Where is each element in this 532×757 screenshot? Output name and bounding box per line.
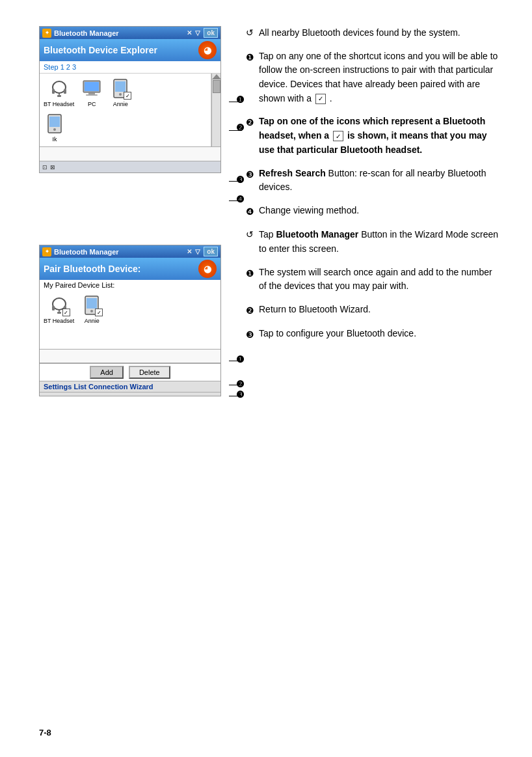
right-column: ↺ All nearby Bluetooth devices found by … <box>239 26 499 351</box>
device-row-2: Ik <box>44 113 207 143</box>
device-bt-headset[interactable]: BT Headset <box>44 77 74 107</box>
svg-rect-8 <box>86 94 98 96</box>
svg-rect-4 <box>57 95 61 97</box>
svg-rect-16 <box>52 306 55 310</box>
svg-rect-19 <box>57 312 61 314</box>
pc-icon-wrap <box>81 77 103 100</box>
device-ik[interactable]: Ik <box>44 113 66 143</box>
pda-ik-svg <box>44 113 65 134</box>
windows-logo: ✦ <box>42 29 51 38</box>
device-explorer-screenshot: ✦ Bluetooth Manager ✕ ▽ ok Bluetooth Dev… <box>39 26 228 173</box>
ok-button[interactable]: ok <box>204 28 218 38</box>
menubar[interactable]: Settings List Connection Wizard <box>40 381 220 392</box>
line-3 <box>229 181 242 182</box>
entry-configure: ❸ Tap to configure your Bluetooth device… <box>246 327 499 342</box>
scrollbar-vertical[interactable] <box>211 74 220 146</box>
callout-2: ❷ <box>236 122 245 133</box>
device-explorer-window: ✦ Bluetooth Manager ✕ ▽ ok Bluetooth Dev… <box>39 26 221 173</box>
line-2 <box>229 130 242 131</box>
entry-change-view: ❹ Change viewing method. <box>246 204 499 219</box>
annie-label: Annie <box>113 101 128 107</box>
bullet-return-wizard: ❷ <box>246 303 258 318</box>
left-column: ✦ Bluetooth Manager ✕ ▽ ok Bluetooth Dev… <box>39 26 228 396</box>
device-list-content: BT Headset <box>40 74 211 146</box>
entry-search-again: ❶ The system will search once again and … <box>246 266 499 294</box>
device-pc[interactable]: PC <box>81 77 103 107</box>
line-4 <box>229 200 242 201</box>
status-icon1: ⊡ <box>42 164 47 171</box>
svg-rect-2 <box>64 89 66 94</box>
checkbox-inline-2: ✓ <box>333 131 343 141</box>
bullet-tap-headset: ❷ <box>246 115 258 130</box>
bullet-refresh: ❸ <box>246 167 258 182</box>
pair-titlebar-icon-2: ▽ <box>195 248 200 255</box>
headset-label: BT Headset <box>44 101 74 107</box>
explorer-toolbar-title: Bluetooth Device Explorer <box>44 45 157 55</box>
text-refresh: Refresh Search Button: re-scan for all n… <box>259 167 499 195</box>
svg-point-11 <box>119 93 122 96</box>
bullet-tap-bt-manager: ↺ <box>246 228 258 241</box>
svg-rect-21 <box>86 298 97 309</box>
pair-windows-logo: ✦ <box>42 247 51 256</box>
pair-device-annie[interactable]: ✓ Annie <box>81 294 103 324</box>
device-list-area: BT Headset <box>40 74 220 146</box>
pair-toolbar-title: Pair Bluetooth Device: <box>44 264 140 274</box>
explorer-title: Bluetooth Manager <box>54 29 119 37</box>
ik-label: Ik <box>52 136 57 143</box>
pc-svg <box>81 78 102 99</box>
pair-callout-2: ❷ <box>236 379 245 389</box>
text-tap-bt-manager: Tap Bluetooth Manager Button in the Wiza… <box>259 228 499 256</box>
pair-list-label: My Paired Device List: <box>40 280 220 290</box>
bullet-tap-shortcut: ❶ <box>246 50 258 64</box>
bullet-all-nearby: ↺ <box>246 27 258 40</box>
pair-input-area[interactable] <box>40 349 220 363</box>
ik-icon-wrap <box>44 113 66 135</box>
explorer-titlebar: ✦ Bluetooth Manager ✕ ▽ ok <box>40 27 220 39</box>
pair-annie-check: ✓ <box>95 309 103 316</box>
svg-point-14 <box>53 128 56 131</box>
pair-device-headset[interactable]: ✓ BT Headset <box>44 294 74 324</box>
text-tap-headset: Tap on one of the icons which represent … <box>259 115 499 157</box>
pair-toolbar: Pair Bluetooth Device: ◕ <box>40 258 220 280</box>
delete-button[interactable]: Delete <box>129 366 170 379</box>
entry-return-wizard: ❷ Return to Bluetooth Wizard. <box>246 303 499 318</box>
bullet-search-again: ❶ <box>246 266 258 281</box>
spacer <box>39 193 228 225</box>
svg-rect-7 <box>88 92 95 94</box>
titlebar-icon-2: ▽ <box>195 29 200 36</box>
pair-headset-label: BT Headset <box>44 318 74 324</box>
pair-title: Bluetooth Manager <box>54 248 119 256</box>
entry-all-nearby: ↺ All nearby Bluetooth devices found by … <box>246 26 499 40</box>
pair-ok-button[interactable]: ok <box>204 247 218 256</box>
add-button[interactable]: Add <box>90 366 124 379</box>
step-bar: Step 1 2 3 <box>40 61 220 74</box>
text-tap-shortcut: Tap on any one of the shortcut icons and… <box>259 49 499 106</box>
entry-tap-headset-icon: ❷ Tap on one of the icons which represen… <box>246 115 499 157</box>
bullet-configure: ❸ <box>246 327 258 342</box>
bullet-change-view: ❹ <box>246 204 258 219</box>
svg-rect-10 <box>115 81 126 92</box>
headset-icon-wrap <box>48 77 70 100</box>
page-number: 7-8 <box>39 728 51 737</box>
callout-1: ❶ <box>236 94 245 105</box>
pair-titlebar-icon-1: ✕ <box>187 248 192 255</box>
headset-svg <box>49 78 70 99</box>
svg-point-22 <box>90 310 93 312</box>
bottom-input-area[interactable] <box>40 146 220 161</box>
svg-rect-1 <box>52 89 55 94</box>
pair-callout-1: ❶ <box>236 354 245 365</box>
pair-line-1 <box>229 361 242 361</box>
callout-4: ❹ <box>236 194 245 204</box>
explorer-toolbar: Bluetooth Device Explorer ◕ <box>40 39 220 61</box>
pair-line-3 <box>229 396 242 396</box>
pair-bluetooth-icon: ◕ <box>198 260 217 278</box>
pair-bluetooth-screenshot: ✦ Bluetooth Manager ✕ ▽ ok Pair Bluetoot… <box>39 245 228 396</box>
annie-check: ✓ <box>124 92 131 100</box>
checkbox-inline-1: ✓ <box>315 94 326 104</box>
pair-btn-row: Add Delete <box>40 363 220 381</box>
text-return-wizard: Return to Bluetooth Wizard. <box>259 303 499 317</box>
device-annie[interactable]: ✓ Annie <box>109 77 131 107</box>
scroll-thumb[interactable] <box>213 80 220 93</box>
entry-tap-bt-manager: ↺ Tap Bluetooth Manager Button in the Wi… <box>246 228 499 256</box>
bluetooth-icon: ◕ <box>198 41 217 59</box>
